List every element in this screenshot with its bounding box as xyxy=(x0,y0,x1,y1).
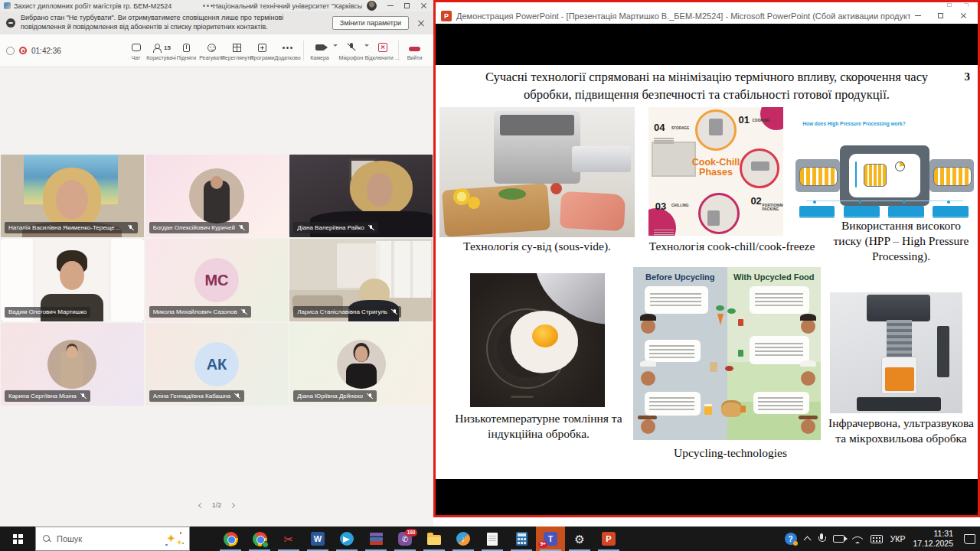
powerpoint-window-controls xyxy=(915,13,972,19)
taskbar-winrar[interactable] xyxy=(361,527,390,551)
taskbar-notepad[interactable] xyxy=(478,527,507,551)
taskbar-file-explorer[interactable] xyxy=(420,527,449,551)
apps-button[interactable]: Програми xyxy=(250,41,275,60)
taskbar-settings[interactable]: ⚙ xyxy=(565,527,594,551)
taskbar-powerpoint[interactable]: P xyxy=(594,527,623,551)
participant-name-pill: Вадим Олегович Мартишко xyxy=(5,307,90,318)
start-button[interactable] xyxy=(0,527,35,551)
participant-tile[interactable]: Богдан Олексійович Куричей xyxy=(145,155,289,237)
dnd-notification-banner: Вибрано стан "Не турбувати". Ви отримува… xyxy=(0,11,433,34)
mic-muted-icon xyxy=(238,224,245,231)
infrared-machine-image xyxy=(830,292,962,413)
chat-button[interactable]: Чат xyxy=(123,41,149,60)
step-number: 01 xyxy=(739,115,750,125)
stop-sharing-button[interactable]: Відключити … xyxy=(370,41,395,60)
participant-name: Діана Валеріївна Райко xyxy=(297,225,364,231)
taskbar-chrome-profile[interactable] xyxy=(245,527,274,551)
toolbar-buttons: Чат 15 Користувачі Підняти Реагувати Пер… xyxy=(123,41,427,60)
do-not-disturb-icon xyxy=(6,18,15,28)
language-indicator[interactable]: УКР xyxy=(890,534,906,543)
more-button[interactable]: Додатково xyxy=(275,41,300,60)
microphone-button[interactable]: Мікрофон xyxy=(338,41,364,60)
mic-muted-icon xyxy=(390,308,397,315)
minimize-icon[interactable] xyxy=(915,15,921,16)
screen-share-region: P Демонстрация PowerPoint - [Презентація… xyxy=(433,0,980,517)
step-number: 04 xyxy=(654,122,665,132)
chrome-icon xyxy=(253,532,267,546)
powerpoint-titlebar: P Демонстрация PowerPoint - [Презентація… xyxy=(436,8,978,24)
tray-expand-icon[interactable] xyxy=(803,536,811,544)
upcycling-right-title: With Upcycled Food xyxy=(727,272,822,282)
participant-tile[interactable]: АК Аліна Геннадіївна Кабашна xyxy=(145,323,289,406)
desktop-screen: Захист дипломних робіт магістрів гр. БЕМ… xyxy=(0,0,980,551)
participant-tile[interactable]: Лариса Станіславівна Стригуль xyxy=(289,239,433,321)
cook-chill-infographic: 01 COOKING 02 PORTIONING/ PACKING 03 CHI… xyxy=(648,107,783,236)
caption-upcycling: Upcycling-technologies xyxy=(650,445,811,461)
minimize-icon[interactable] xyxy=(387,5,394,6)
taskbar-snipping-tool[interactable]: ✂ xyxy=(274,527,303,551)
camera-button[interactable]: Камера xyxy=(307,41,332,60)
titlebar-overflow-icon[interactable] xyxy=(203,5,205,7)
participant-tile[interactable]: Діана Валеріївна Райко xyxy=(289,155,433,237)
notification-text: Вибрано стан "Не турбувати". Ви отримува… xyxy=(21,14,327,31)
meeting-tab-title[interactable]: Захист дипломних робіт магістрів гр. БЕМ… xyxy=(14,2,172,10)
participant-tile[interactable]: Діана Юріївна Дейнеко xyxy=(289,323,433,406)
taskbar-chrome[interactable] xyxy=(216,527,245,551)
action-center-icon[interactable] xyxy=(964,534,975,544)
camera-icon xyxy=(315,44,325,51)
taskbar-search[interactable]: Пошук ✦ ✦ xyxy=(35,527,190,551)
taskbar-calculator[interactable] xyxy=(507,527,536,551)
tray-screenshare-icon[interactable] xyxy=(833,535,844,543)
participant-tile[interactable]: Карина Сергіївна Мізіна xyxy=(1,323,144,406)
close-icon[interactable] xyxy=(960,13,966,19)
microphone-chevron-icon[interactable] xyxy=(364,44,369,47)
close-icon[interactable] xyxy=(420,3,426,9)
change-settings-button[interactable]: Змінити параметри xyxy=(332,16,409,30)
participant-name: Діана Юріївна Дейнеко xyxy=(297,393,363,399)
folder-icon xyxy=(427,535,441,545)
participant-tile-active-speaker[interactable]: Вадим Олегович Мартишко xyxy=(1,239,144,321)
participant-grid: Наталія Василівна Якименко-Терещенко Бог… xyxy=(1,155,433,406)
search-icon xyxy=(43,535,51,543)
taskbar-clock[interactable]: 11:31 17.12.2025 xyxy=(913,529,953,548)
participant-name-pill: Карина Сергіївна Мізіна xyxy=(5,390,90,402)
participant-name-pill: Діана Юріївна Дейнеко xyxy=(293,390,377,402)
step-label: COOKING xyxy=(753,119,770,122)
org-title: Національний технічний університет "Харк… xyxy=(213,2,362,10)
leave-button[interactable]: Вийти xyxy=(402,41,427,60)
mic-muted-icon xyxy=(234,393,240,399)
participant-tile[interactable]: Наталія Василівна Якименко-Терещенко xyxy=(1,155,144,237)
step-number: 03 xyxy=(655,201,666,211)
camera-chevron-icon[interactable] xyxy=(333,44,338,47)
tray-microphone-icon[interactable] xyxy=(818,533,825,544)
taskbar-telegram[interactable] xyxy=(332,527,361,551)
help-icon[interactable]: ? xyxy=(785,533,797,545)
touch-keyboard-icon[interactable] xyxy=(871,535,883,543)
participant-tile[interactable]: МС Микола Михайлович Сазонов xyxy=(145,239,289,321)
next-page-icon[interactable] xyxy=(230,502,235,507)
hangup-icon xyxy=(409,47,420,51)
participants-button[interactable]: 15 Користувачі xyxy=(149,41,174,60)
background-close-icon xyxy=(964,3,969,7)
maximize-icon[interactable] xyxy=(404,3,410,8)
taskbar-teams-active[interactable]: T 9+ xyxy=(536,527,565,551)
raise-hand-button[interactable]: Підняти xyxy=(174,41,199,60)
taskbar-download-manager[interactable]: ↓ xyxy=(449,527,478,551)
windows-taskbar: Пошук ✦ ✦ ✂ W ✆ 193 ↓ xyxy=(0,527,980,551)
telegram-icon xyxy=(340,532,354,546)
view-button[interactable]: Переглянути xyxy=(224,41,250,60)
participant-initials: МС xyxy=(204,272,228,289)
hpp-diagram: How does High Pressure Processing work? xyxy=(795,116,974,224)
wifi-icon[interactable] xyxy=(852,535,863,543)
previous-page-icon[interactable] xyxy=(198,502,204,507)
participant-name: Лариса Станіславівна Стригуль xyxy=(297,309,387,315)
account-avatar[interactable] xyxy=(367,1,377,11)
taskbar-word[interactable]: W xyxy=(303,527,332,551)
maximize-icon[interactable] xyxy=(938,13,943,18)
apps-plus-icon xyxy=(258,44,266,52)
participant-name: Наталія Василівна Якименко-Терещенко xyxy=(8,225,124,231)
winrar-icon xyxy=(370,533,383,545)
dismiss-notification-icon[interactable] xyxy=(417,20,424,27)
mic-muted-icon xyxy=(240,308,247,315)
taskbar-viber[interactable]: ✆ 193 xyxy=(390,527,420,551)
